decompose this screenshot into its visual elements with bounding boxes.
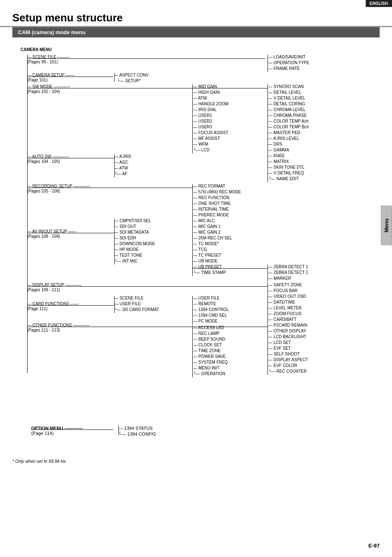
- master-ped: — MASTER PED: [268, 130, 300, 135]
- gamma: — GAMMA: [268, 148, 289, 152]
- option-menu-pages: (Page 114): [31, 431, 53, 436]
- diagram-area: CAMERA MENU — SCENE FILE ——— (Pages 99 -…: [12, 43, 380, 413]
- cmpnt-sdi: — CMPNT/SDI SEL: [114, 218, 151, 223]
- lcd: └— LCD: [193, 148, 210, 152]
- clock-set: — CLOCK SET: [193, 343, 221, 347]
- zebra-detect1: — ZEBRA DETECT 1: [268, 265, 308, 269]
- rec-function: — REC FUNCTION: [193, 195, 229, 200]
- rec-mode-576: — 576i (480i) REC MODE: [193, 190, 241, 194]
- detail-level: — DETAIL LEVEL: [268, 90, 302, 95]
- page-number: E-97: [369, 543, 380, 549]
- config-1394: └— 1394 CONFIG: [118, 432, 156, 436]
- time-stamp: └— TIME STAMP: [193, 270, 226, 275]
- user2: — USER2: [193, 119, 212, 123]
- option-menu-label: OPTION MENU ————: [31, 426, 83, 431]
- auto-sw-pages: (Pages 104 - 105): [27, 159, 60, 164]
- user3: — USER3: [193, 125, 212, 129]
- a-iris-level: — A.IRIS LEVEL: [268, 136, 299, 141]
- detail-coring: — DETAIL CORING: [268, 102, 305, 106]
- focus-assist: — FOCUS ASSIST: [193, 130, 228, 135]
- mic-gain1: — MIC GAIN 1: [193, 224, 221, 229]
- ieee1394-cmd-sel: — 1394 CMD SEL: [193, 313, 227, 318]
- display-aspect: — DISPLAY ASPECT: [268, 357, 308, 362]
- atw-col2: — ATW: [114, 166, 128, 170]
- video-out-osd: — VIDEO OUT OSD: [268, 294, 306, 299]
- evf-color: — EVF COLOR: [268, 363, 297, 368]
- status-1394: — 1394 STATUS: [118, 426, 152, 431]
- chroma-level: — CHROMA LEVEL: [268, 107, 306, 112]
- syncro-scan: — SYNCRO SCAN: [268, 84, 304, 89]
- sdi-metadata: — SDI METADATA: [114, 230, 149, 234]
- a-iris: — A.IRIS: [114, 154, 131, 159]
- knee: — KNEE: [268, 153, 285, 158]
- tc-preset: — TC PRESET: [193, 253, 221, 258]
- v-detail-freq: — V DETAIL FREQ: [268, 171, 304, 175]
- other-display: — OTHER DISPLAY: [268, 329, 306, 333]
- ub-mode: — UB MODE: [193, 259, 217, 263]
- menu-init: — MENU INIT: [193, 366, 219, 370]
- level-meter: — LEVEL METER: [268, 306, 302, 310]
- safety-zone: — SAFETY ZONE: [268, 283, 302, 287]
- handle-zoom: — HANDLE ZOOM: [193, 102, 228, 106]
- rec-lamp: — REC LAMP: [193, 331, 219, 336]
- av-inout-pages: (Pages 108 - 109): [27, 234, 60, 239]
- rec-counter: └— REC COUNTER: [268, 369, 307, 374]
- evf-set: — EVF SET: [268, 346, 291, 350]
- remote: — REMOTE: [193, 302, 216, 306]
- option-menu-area: OPTION MENU ———— (Page 114) — 1394 STATU…: [0, 418, 392, 450]
- operation: └— OPERATION: [193, 371, 225, 376]
- p2card-remain: — P2CARD REMAIN: [268, 323, 307, 327]
- sdi-edh: — SDI EDH: [114, 236, 136, 240]
- high-gain: — HIGH GAIN: [193, 90, 220, 95]
- skin-tone-dtl: — SKIN TONE DTL: [268, 165, 304, 169]
- zebra-detect2: — ZEBRA DETECT 2: [268, 270, 308, 275]
- display-setup-pages: (Pages 109 - 111): [27, 288, 60, 292]
- iris-dial: — IRIS DIAL: [193, 107, 217, 112]
- user1: — USER1: [193, 113, 212, 118]
- name-edit: └— NAME EDIT: [268, 176, 299, 181]
- interval-time: — INTERVAL TIME: [193, 207, 229, 211]
- aspect-conv: — ASPECT CONV: [114, 73, 149, 77]
- marker: — MARKER: [268, 276, 291, 281]
- card-user-file: — USER FILE: [114, 302, 141, 306]
- card-functions-pages: (Page 111): [27, 306, 47, 311]
- other-functions-pages: (Pages 111 - 113): [27, 328, 60, 332]
- test-tone: — TEST TONE: [114, 253, 142, 258]
- operation-type: — OPERATION TYPE: [268, 60, 309, 65]
- agc: — AGC: [114, 160, 128, 165]
- mf-assist: — MF ASSIST: [193, 136, 220, 141]
- card-scene-file: — SCENE FILE: [114, 296, 143, 300]
- sdi-out: — SDI OUT: [114, 224, 136, 229]
- card-batt: — CARD/BATT: [268, 317, 297, 322]
- mic-alc: — MIC ALC: [193, 218, 215, 223]
- setup-star: └— SETUP*: [117, 79, 141, 83]
- mic-gain2: — MIC GAIN 2: [193, 230, 221, 234]
- matrix: — MATRIX: [268, 159, 289, 164]
- atw-col3: — ATW: [193, 96, 207, 100]
- zoom-focus: — ZOOM·FOCUS: [268, 311, 302, 316]
- rec-format: — REC FORMAT: [193, 184, 225, 188]
- wfm: — WFM: [193, 142, 208, 146]
- chroma-phase: — CHROMA PHASE: [268, 113, 307, 118]
- drs: — DRS: [268, 142, 282, 146]
- date-time: — DATE/TIME: [268, 300, 295, 304]
- tcg: — TCG: [193, 247, 207, 252]
- one-shot-time: — ONE SHOT TIME: [193, 201, 231, 206]
- section-header: CAM (camera) mode menu: [12, 27, 380, 37]
- self-shoot: — SELF SHOOT: [268, 352, 300, 356]
- ieee1394-control: — 1394 CONTROL: [193, 307, 229, 312]
- focus-bar: — FOCUS BAR: [268, 288, 297, 293]
- page-title: Setup menu structure: [0, 0, 392, 27]
- card-sd-format: └— SD CARD FORMAT: [114, 307, 159, 312]
- downcon-mode: — DOWNCON MODE: [114, 241, 155, 246]
- camera-setup-pages: (Page 101): [27, 78, 47, 82]
- power-save: — POWER SAVE: [193, 354, 226, 359]
- access-led: — ACCESS LED: [193, 325, 224, 330]
- af: └— AF: [114, 172, 127, 176]
- v-detail-level: — V DETAIL LEVEL: [268, 96, 305, 100]
- sw-mode-pages: (Pages 102 - 104): [27, 89, 60, 94]
- load-save: — LOAD/SAVE/INIT: [268, 55, 305, 59]
- prerec-mode: — PREREC MODE: [193, 213, 229, 217]
- scene-file-pages: (Pages 99 - 101): [27, 60, 58, 64]
- camera-menu-label: CAMERA MENU: [21, 47, 52, 52]
